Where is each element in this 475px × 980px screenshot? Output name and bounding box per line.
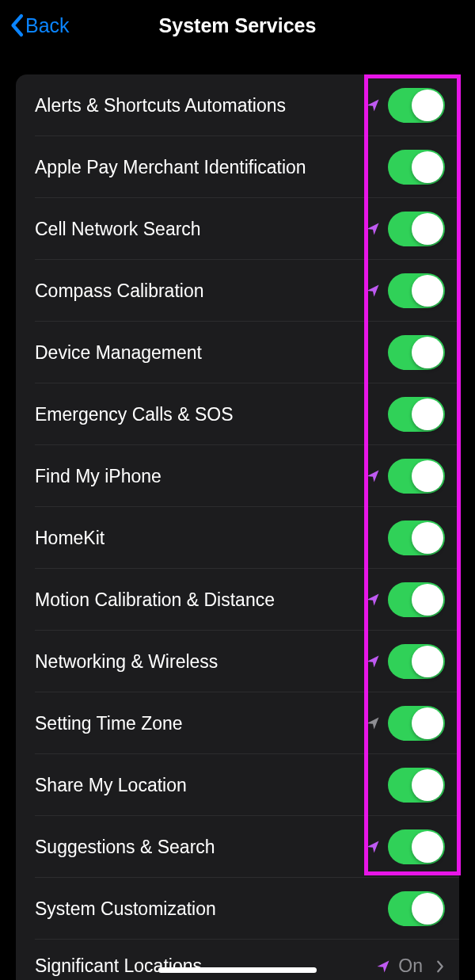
location-arrow-icon xyxy=(366,222,380,236)
row-right xyxy=(366,706,445,741)
row-right xyxy=(366,212,445,246)
nav-header: Back System Services xyxy=(0,0,475,51)
toggle-knob xyxy=(412,646,443,677)
row-right xyxy=(366,273,445,308)
row-label: Networking & Wireless xyxy=(35,651,366,673)
toggle-switch[interactable] xyxy=(388,829,445,864)
list-row: Device Management xyxy=(16,322,459,383)
location-arrow-icon xyxy=(366,284,380,298)
list-row: Suggestions & Search xyxy=(16,816,459,878)
toggle-switch[interactable] xyxy=(388,273,445,308)
location-arrow-icon xyxy=(366,716,380,730)
toggle-switch[interactable] xyxy=(388,582,445,617)
toggle-knob xyxy=(412,275,443,307)
row-right xyxy=(366,88,445,123)
toggle-switch[interactable] xyxy=(388,891,445,926)
row-label: Find My iPhone xyxy=(35,466,366,487)
toggle-switch[interactable] xyxy=(388,768,445,803)
list-row: HomeKit xyxy=(16,507,459,569)
row-right xyxy=(388,335,445,370)
toggle-knob xyxy=(412,460,443,492)
list-row[interactable]: Significant Locations On xyxy=(16,940,459,980)
row-right xyxy=(366,459,445,494)
list-row: Compass Calibration xyxy=(16,260,459,322)
row-right xyxy=(388,150,445,185)
toggle-switch[interactable] xyxy=(388,459,445,494)
row-label: Apple Pay Merchant Identification xyxy=(35,157,388,178)
back-button[interactable]: Back xyxy=(10,13,70,37)
toggle-knob xyxy=(412,522,443,554)
list-row: Networking & Wireless xyxy=(16,631,459,692)
system-services-list: Alerts & Shortcuts Automations Apple Pay… xyxy=(16,74,459,980)
toggle-knob xyxy=(412,151,443,183)
toggle-switch[interactable] xyxy=(388,212,445,246)
row-label: Motion Calibration & Distance xyxy=(35,589,366,611)
list-row: Setting Time Zone xyxy=(16,692,459,754)
location-arrow-icon xyxy=(366,469,380,483)
toggle-switch[interactable] xyxy=(388,397,445,432)
toggle-switch[interactable] xyxy=(388,644,445,679)
location-arrow-icon xyxy=(366,593,380,607)
toggle-knob xyxy=(412,337,443,368)
toggle-knob xyxy=(412,90,443,121)
toggle-switch[interactable] xyxy=(388,706,445,741)
toggle-knob xyxy=(412,707,443,739)
toggle-knob xyxy=(412,769,443,801)
row-label: Compass Calibration xyxy=(35,280,366,302)
back-label: Back xyxy=(25,14,70,37)
row-right xyxy=(366,644,445,679)
toggle-knob xyxy=(412,831,443,863)
row-right xyxy=(388,768,445,803)
list-row: Share My Location xyxy=(16,754,459,816)
row-right xyxy=(388,397,445,432)
chevron-right-icon xyxy=(435,959,445,974)
row-label: System Customization xyxy=(35,898,388,920)
content: Alerts & Shortcuts Automations Apple Pay… xyxy=(0,74,475,980)
row-label: Setting Time Zone xyxy=(35,713,366,734)
list-row: Find My iPhone xyxy=(16,445,459,507)
row-label: HomeKit xyxy=(35,528,388,549)
row-label: Alerts & Shortcuts Automations xyxy=(35,95,366,116)
detail-value: On xyxy=(398,955,423,977)
toggle-knob xyxy=(412,893,443,925)
toggle-switch[interactable] xyxy=(388,88,445,123)
toggle-knob xyxy=(412,213,443,245)
toggle-knob xyxy=(412,398,443,430)
list-row: Emergency Calls & SOS xyxy=(16,383,459,445)
row-right: On xyxy=(376,955,445,977)
row-right xyxy=(388,891,445,926)
page-title: System Services xyxy=(159,14,317,37)
home-indicator xyxy=(158,967,317,973)
location-arrow-icon xyxy=(366,840,380,854)
location-arrow-icon xyxy=(376,959,390,974)
location-arrow-icon xyxy=(366,98,380,112)
toggle-knob xyxy=(412,584,443,616)
row-label: Emergency Calls & SOS xyxy=(35,404,388,425)
list-row: Cell Network Search xyxy=(16,198,459,260)
row-label: Share My Location xyxy=(35,775,388,796)
row-label: Suggestions & Search xyxy=(35,837,366,858)
toggle-switch[interactable] xyxy=(388,335,445,370)
chevron-left-icon xyxy=(10,13,24,37)
row-right xyxy=(366,829,445,864)
list-row: Motion Calibration & Distance xyxy=(16,569,459,631)
toggle-switch[interactable] xyxy=(388,150,445,185)
row-label: Significant Locations xyxy=(35,955,376,977)
list-row: Apple Pay Merchant Identification xyxy=(16,136,459,198)
list-row: Alerts & Shortcuts Automations xyxy=(16,74,459,136)
row-right xyxy=(388,521,445,555)
toggle-switch[interactable] xyxy=(388,521,445,555)
row-right xyxy=(366,582,445,617)
row-label: Device Management xyxy=(35,342,388,364)
location-arrow-icon xyxy=(366,654,380,669)
row-label: Cell Network Search xyxy=(35,219,366,240)
list-row: System Customization xyxy=(16,878,459,940)
